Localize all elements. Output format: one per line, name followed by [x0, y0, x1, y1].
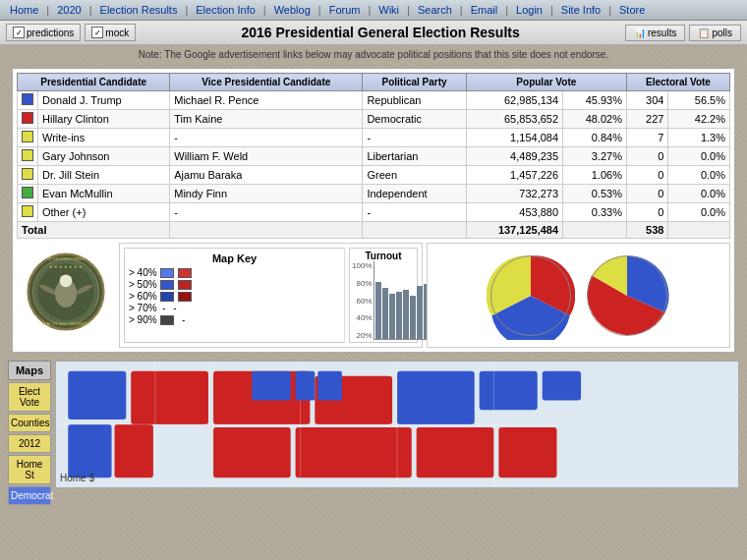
popular-pct: 0.33% — [563, 203, 627, 222]
year-2012-button[interactable]: 2012 — [8, 434, 51, 453]
nav-election-info[interactable]: Election Info — [190, 2, 261, 18]
key-label-90: > 90% — [129, 314, 158, 325]
color-indicator — [22, 168, 33, 180]
electoral-raw: 0 — [626, 203, 668, 222]
popular-raw: 65,853,652 — [466, 110, 562, 129]
elect-vote-button[interactable]: Elect Vote — [8, 382, 51, 412]
electoral-pct: 0.0% — [668, 166, 730, 185]
svg-rect-18 — [417, 427, 494, 477]
nav-election-results[interactable]: Election Results — [94, 2, 184, 18]
table-row: Write-ins - - 1,154,084 0.84% 7 1.3% — [18, 129, 730, 147]
svg-point-4 — [60, 274, 73, 287]
page-title: 2016 Presidential General Election Resul… — [140, 25, 621, 40]
mock-label: mock — [105, 28, 129, 38]
svg-rect-30 — [296, 371, 316, 401]
vp-name: William F. Weld — [170, 147, 363, 166]
electoral-raw: 227 — [626, 110, 668, 129]
us-map-svg — [56, 362, 738, 487]
candidate-name: Write-ins — [38, 129, 170, 147]
table-row: Hillary Clinton Tim Kaine Democratic 65,… — [18, 110, 730, 129]
nav-store[interactable]: Store — [613, 2, 651, 18]
popular-pct: 3.27% — [563, 147, 627, 166]
popular-raw: 1,154,084 — [466, 129, 562, 147]
predictions-label: predictions — [27, 28, 74, 38]
candidate-name: Donald J. Trump — [38, 91, 170, 110]
key-red-60 — [178, 292, 192, 302]
polls-button[interactable]: 📋 polls — [689, 25, 741, 41]
mock-button[interactable]: ✓ mock — [85, 24, 136, 41]
party-name: Democratic — [363, 110, 466, 129]
total-row: Total 137,125,484 538 — [18, 222, 730, 239]
svg-text:OF THE UNITED STATES: OF THE UNITED STATES — [47, 257, 84, 261]
electoral-vote-pie — [583, 252, 671, 340]
row-color-cell — [18, 91, 38, 110]
table-row: Gary Johnson William F. Weld Libertarian… — [18, 147, 730, 166]
svg-rect-31 — [317, 371, 342, 401]
vp-name: - — [170, 129, 363, 147]
color-indicator — [22, 112, 33, 124]
svg-rect-13 — [131, 371, 208, 424]
row-color-cell — [18, 203, 38, 222]
svg-rect-11 — [68, 424, 111, 477]
electoral-raw: 0 — [626, 166, 668, 185]
results-button[interactable]: 📊 results — [625, 25, 685, 41]
turnout-bar — [375, 282, 381, 339]
color-indicator — [22, 93, 33, 105]
party-name: Green — [363, 166, 466, 185]
nav-email[interactable]: Email — [465, 2, 504, 18]
color-indicator — [22, 205, 33, 217]
results-container: Presidential Candidate Vice Presidential… — [12, 68, 735, 353]
home-state-button[interactable]: Home St — [8, 455, 51, 484]
row-color-cell — [18, 166, 38, 185]
polls-icon: 📋 — [698, 28, 710, 38]
svg-rect-12 — [114, 424, 152, 477]
electoral-pct: 0.0% — [668, 203, 730, 222]
svg-rect-20 — [397, 371, 475, 424]
turnout-bar — [417, 286, 423, 339]
nav-home[interactable]: Home — [4, 2, 44, 18]
nav-site-info[interactable]: Site Info — [555, 2, 606, 18]
row-color-cell — [18, 185, 38, 203]
candidate-name: Gary Johnson — [38, 147, 170, 166]
table-row: Evan McMullin Mindy Finn Independent 732… — [18, 185, 730, 203]
predictions-checkbox: ✓ — [13, 27, 25, 38]
popular-raw: 62,985,134 — [466, 91, 562, 110]
row-color-cell — [18, 129, 38, 147]
turnout-bar — [396, 292, 402, 339]
vp-name: - — [170, 203, 363, 222]
svg-rect-23 — [543, 371, 581, 401]
democrat-button[interactable]: Democrat — [8, 486, 51, 505]
nav-forum[interactable]: Forum — [323, 2, 367, 18]
popular-raw: 732,273 — [466, 185, 562, 203]
svg-rect-22 — [498, 427, 556, 477]
total-label: Total — [18, 222, 170, 239]
nav-search[interactable]: Search — [412, 2, 458, 18]
table-row: Other (+) - - 453,880 0.33% 0 0.0% — [18, 203, 730, 222]
key-label-70: > 70% — [129, 303, 158, 313]
nav-login[interactable]: Login — [510, 2, 548, 18]
header-vp: Vice Presidential Candidate — [170, 74, 363, 91]
key-blue-60 — [160, 292, 174, 302]
nav-wiki[interactable]: Wiki — [373, 2, 405, 18]
turnout-bar — [403, 290, 409, 339]
electoral-raw: 7 — [626, 129, 668, 147]
color-indicator — [22, 187, 33, 198]
counties-button[interactable]: Counties — [8, 414, 51, 432]
party-name: Independent — [363, 185, 466, 203]
electoral-raw: 0 — [626, 185, 668, 203]
map-key-title: Map Key — [129, 252, 340, 264]
svg-rect-10 — [68, 371, 126, 420]
color-indicator — [22, 149, 33, 161]
key-dark-90 — [160, 315, 174, 325]
popular-vote-pie — [487, 252, 575, 340]
header-candidate: Presidential Candidate — [18, 74, 170, 91]
presidential-seal: ★ ★ ★ ★ ★ ★ ★ SEAL OF THE PRESIDENT OF T… — [27, 252, 105, 331]
header-electoral-vote: Electoral Vote — [626, 74, 729, 91]
main-content: Presidential Candidate Vice Presidential… — [8, 64, 739, 357]
vp-name: Mindy Finn — [170, 185, 363, 203]
candidate-name: Hillary Clinton — [38, 110, 170, 129]
predictions-button[interactable]: ✓ predictions — [6, 24, 81, 41]
nav-2020[interactable]: 2020 — [51, 2, 86, 18]
chart-icon: 📊 — [634, 28, 646, 38]
nav-weblog[interactable]: Weblog — [268, 2, 316, 18]
